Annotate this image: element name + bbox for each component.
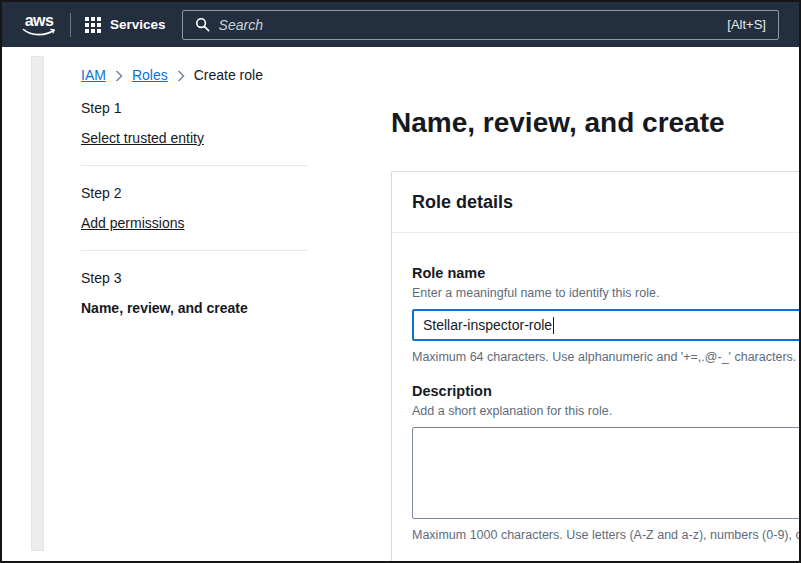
browser-screenshot-frame: aws Services Search [Alt+S] (0, 0, 801, 563)
card-title: Role details (412, 190, 799, 214)
role-name-label: Role name (412, 263, 799, 283)
wizard-steps-nav: Step 1 Select trusted entity Step 2 Add … (81, 99, 307, 561)
step-2-number: Step 2 (81, 184, 307, 202)
aws-logo[interactable]: aws (22, 13, 56, 37)
wizard-step-3-current: Step 3 Name, review, and create (81, 251, 307, 335)
step-link-select-trusted-entity[interactable]: Select trusted entity (81, 129, 204, 147)
step-1-number: Step 1 (81, 99, 307, 117)
global-search-input[interactable]: Search [Alt+S] (182, 10, 779, 40)
breadcrumb: IAM Roles Create role (81, 47, 799, 83)
description-constraint: Maximum 1000 characters. Use letters (A-… (412, 527, 799, 543)
description-description: Add a short explanation for this role. (412, 403, 799, 419)
topbar-divider (70, 13, 71, 37)
role-details-card-header: Role details (392, 172, 799, 233)
services-label: Services (110, 17, 166, 32)
role-name-constraint: Maximum 64 characters. Use alphanumeric … (412, 349, 799, 365)
search-icon (195, 17, 210, 32)
breadcrumb-link-roles[interactable]: Roles (132, 67, 168, 83)
services-grid-icon (85, 17, 101, 33)
breadcrumb-link-iam[interactable]: IAM (81, 67, 106, 83)
console-content-area: IAM Roles Create role Step 1 Select trus… (2, 47, 799, 561)
text-caret (553, 317, 554, 334)
breadcrumb-separator-icon (177, 70, 185, 82)
role-name-description: Enter a meaningful name to identify this… (412, 285, 799, 301)
role-details-card: Role details Role name Enter a meaningfu… (391, 171, 799, 561)
main-form-column: Name, review, and create Role details Ro… (391, 99, 799, 561)
role-name-field: Role name Enter a meaningful name to ide… (412, 263, 799, 365)
step-3-number: Step 3 (81, 269, 307, 287)
breadcrumb-separator-icon (115, 70, 123, 82)
role-description-textarea[interactable] (412, 427, 799, 519)
role-name-input[interactable]: Stellar-inspector-role (412, 309, 799, 341)
aws-logo-text: aws (25, 13, 54, 28)
wizard-step-1: Step 1 Select trusted entity (81, 99, 307, 165)
breadcrumb-current-create-role: Create role (194, 67, 263, 83)
services-menu-button[interactable]: Services (85, 17, 166, 33)
step-link-add-permissions[interactable]: Add permissions (81, 214, 185, 232)
role-name-value: Stellar-inspector-role (423, 317, 552, 333)
page-title: Name, review, and create (391, 105, 799, 141)
step-current-name-review-create: Name, review, and create (81, 299, 307, 317)
role-description-field: Description Add a short explanation for … (412, 381, 799, 543)
description-label: Description (412, 381, 799, 401)
aws-top-navigation: aws Services Search [Alt+S] (2, 2, 799, 47)
aws-smile-icon (22, 28, 56, 37)
search-placeholder: Search (219, 17, 719, 33)
wizard-step-2: Step 2 Add permissions (81, 166, 307, 250)
search-shortcut-hint: [Alt+S] (727, 17, 766, 32)
left-scrollbar[interactable] (31, 56, 44, 551)
